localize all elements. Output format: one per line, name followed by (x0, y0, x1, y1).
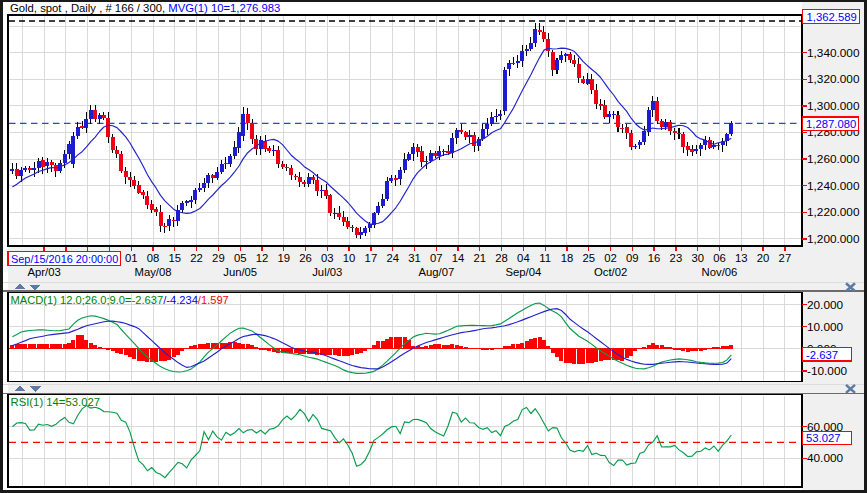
svg-text:Nov/06: Nov/06 (702, 266, 738, 278)
svg-text:RSI(1) 14=53.027: RSI(1) 14=53.027 (11, 396, 101, 408)
svg-text:Sep/04: Sep/04 (505, 266, 541, 278)
svg-text:20.000: 20.000 (807, 298, 844, 312)
svg-text:25: 25 (583, 252, 596, 264)
svg-text:1,260.000: 1,260.000 (807, 152, 860, 166)
svg-text:27: 27 (779, 252, 792, 264)
svg-text:1,362.589: 1,362.589 (807, 11, 857, 23)
svg-text:1,240.000: 1,240.000 (807, 179, 860, 193)
svg-text:MACD(1) 12.0;26.0;9.0=-2.637/-: MACD(1) 12.0;26.0;9.0=-2.637/-4.234/1.59… (11, 294, 229, 306)
svg-text:14: 14 (452, 252, 465, 264)
svg-text:10.000: 10.000 (807, 320, 844, 334)
svg-text:15: 15 (169, 252, 182, 264)
svg-text:06: 06 (713, 252, 726, 264)
svg-text:18: 18 (561, 252, 574, 264)
svg-text:Gold, spot , Daily , # 166 / 3: Gold, spot , Daily , # 166 / 300, MVG(1)… (10, 2, 280, 14)
svg-text:29: 29 (212, 252, 225, 264)
svg-text:02: 02 (604, 252, 617, 264)
svg-text:Aug/07: Aug/07 (418, 266, 454, 278)
svg-text:16: 16 (648, 252, 661, 264)
svg-text:1,220.000: 1,220.000 (807, 205, 860, 219)
svg-text:01: 01 (125, 252, 138, 264)
svg-text:28: 28 (495, 252, 508, 264)
svg-text:53.027: 53.027 (806, 432, 841, 444)
svg-text:40.000: 40.000 (807, 451, 844, 465)
svg-text:1,300.000: 1,300.000 (807, 99, 860, 113)
svg-text:08: 08 (147, 252, 160, 264)
svg-text:04: 04 (517, 252, 530, 264)
svg-text:Sep/15/2016 20:00:00: Sep/15/2016 20:00:00 (11, 253, 118, 265)
svg-text:1,287.080: 1,287.080 (806, 118, 856, 130)
svg-text:26: 26 (299, 252, 312, 264)
svg-text:24: 24 (386, 252, 399, 264)
svg-text:-2.637: -2.637 (806, 349, 838, 361)
svg-text:-10.000: -10.000 (807, 364, 847, 378)
svg-text:May/08: May/08 (134, 266, 171, 278)
svg-text:11: 11 (539, 252, 551, 264)
svg-text:1,200.000: 1,200.000 (807, 232, 860, 246)
svg-text:12: 12 (256, 252, 269, 264)
svg-text:10: 10 (343, 252, 356, 264)
svg-text:22: 22 (190, 252, 203, 264)
svg-text:Oct/02: Oct/02 (594, 266, 627, 278)
svg-text:07: 07 (430, 252, 443, 264)
svg-text:30: 30 (691, 252, 704, 264)
svg-text:17: 17 (365, 252, 378, 264)
svg-text:Jun/05: Jun/05 (223, 266, 257, 278)
svg-text:21: 21 (474, 252, 487, 264)
svg-text:09: 09 (626, 252, 639, 264)
svg-text:1,340.000: 1,340.000 (807, 46, 860, 60)
svg-text:1,320.000: 1,320.000 (807, 72, 860, 86)
svg-text:19: 19 (278, 252, 291, 264)
svg-text:23: 23 (670, 252, 683, 264)
svg-text:03: 03 (321, 252, 334, 264)
svg-text:20: 20 (757, 252, 770, 264)
svg-text:05: 05 (234, 252, 247, 264)
svg-text:13: 13 (735, 252, 748, 264)
svg-text:Jul/03: Jul/03 (312, 266, 342, 278)
svg-text:31: 31 (408, 252, 421, 264)
svg-text:Apr/03: Apr/03 (27, 266, 60, 278)
